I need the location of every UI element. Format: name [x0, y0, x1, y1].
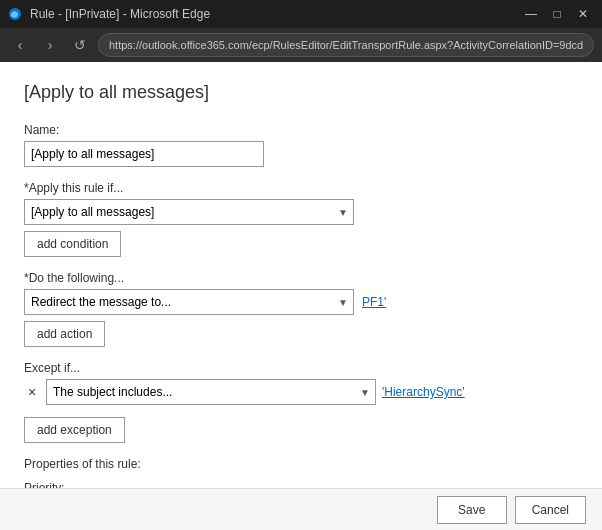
- titlebar-controls: — □ ✕: [520, 4, 594, 24]
- close-button[interactable]: ✕: [572, 4, 594, 24]
- priority-section: Priority:: [24, 481, 578, 488]
- name-input[interactable]: [24, 141, 264, 167]
- apply-rule-section: *Apply this rule if... [Apply to all mes…: [24, 181, 578, 257]
- address-bar-input[interactable]: [98, 33, 594, 57]
- except-if-label: Except if...: [24, 361, 578, 375]
- do-following-row: Redirect the message to... ▼ PF1': [24, 289, 578, 315]
- do-following-section: *Do the following... Redirect the messag…: [24, 271, 578, 347]
- apply-rule-select[interactable]: [Apply to all messages]: [24, 199, 354, 225]
- footer: Save Cancel: [0, 488, 602, 530]
- do-following-select[interactable]: Redirect the message to...: [24, 289, 354, 315]
- page-title: [Apply to all messages]: [24, 82, 578, 103]
- browser-icon: [8, 7, 22, 21]
- except-if-select[interactable]: The subject includes...: [46, 379, 376, 405]
- name-section: Name:: [24, 123, 578, 167]
- priority-label: Priority:: [24, 481, 578, 488]
- except-if-link[interactable]: 'HierarchySync': [382, 385, 465, 399]
- except-if-section: Except if... × The subject includes... ▼…: [24, 361, 578, 443]
- do-following-link[interactable]: PF1': [362, 295, 386, 309]
- remove-exception-button[interactable]: ×: [24, 384, 40, 400]
- add-condition-button[interactable]: add condition: [24, 231, 121, 257]
- titlebar-left: Rule - [InPrivate] - Microsoft Edge: [8, 7, 210, 21]
- minimize-button[interactable]: —: [520, 4, 542, 24]
- forward-button[interactable]: ›: [38, 33, 62, 57]
- refresh-button[interactable]: ↺: [68, 33, 92, 57]
- save-button[interactable]: Save: [437, 496, 507, 524]
- page: [Apply to all messages] Name: *Apply thi…: [0, 62, 602, 488]
- properties-title: Properties of this rule:: [24, 457, 578, 471]
- properties-section: Properties of this rule: Priority: Audit…: [24, 457, 578, 488]
- cancel-button[interactable]: Cancel: [515, 496, 586, 524]
- name-label: Name:: [24, 123, 578, 137]
- add-action-button[interactable]: add action: [24, 321, 105, 347]
- maximize-button[interactable]: □: [546, 4, 568, 24]
- back-button[interactable]: ‹: [8, 33, 32, 57]
- do-following-label: *Do the following...: [24, 271, 578, 285]
- apply-rule-row: [Apply to all messages] ▼: [24, 199, 578, 225]
- add-exception-button[interactable]: add exception: [24, 417, 125, 443]
- exception-row: × The subject includes... ▼ 'HierarchySy…: [24, 379, 578, 405]
- addressbar: ‹ › ↺: [0, 28, 602, 62]
- apply-rule-select-wrapper: [Apply to all messages] ▼: [24, 199, 354, 225]
- apply-rule-label: *Apply this rule if...: [24, 181, 578, 195]
- window-title: Rule - [InPrivate] - Microsoft Edge: [30, 7, 210, 21]
- page-content: [Apply to all messages] Name: *Apply thi…: [0, 62, 602, 488]
- do-following-select-wrapper: Redirect the message to... ▼: [24, 289, 354, 315]
- except-if-select-wrapper: The subject includes... ▼: [46, 379, 376, 405]
- titlebar: Rule - [InPrivate] - Microsoft Edge — □ …: [0, 0, 602, 28]
